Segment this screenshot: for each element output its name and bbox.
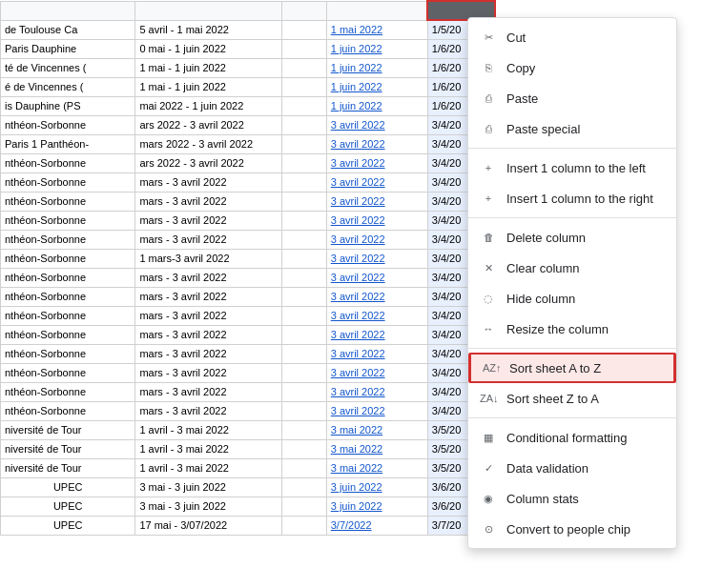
cell-b[interactable]: nthéon-Sorbonne	[1, 401, 135, 420]
cell-d[interactable]	[281, 96, 326, 115]
cell-b[interactable]: nthéon-Sorbonne	[1, 268, 135, 287]
cell-e[interactable]: 3 mai 2022	[326, 420, 427, 439]
cell-c[interactable]: 1 avril - 3 mai 2022	[135, 420, 281, 439]
cell-e[interactable]: 3 avril 2022	[326, 363, 427, 382]
cell-d[interactable]	[281, 115, 326, 134]
cell-c[interactable]: 1 avril - 3 mai 2022	[135, 439, 281, 458]
cell-b[interactable]: nthéon-Sorbonne	[1, 344, 135, 363]
cell-b[interactable]: nthéon-Sorbonne	[1, 211, 135, 230]
cell-d[interactable]	[281, 153, 326, 172]
cell-d[interactable]	[281, 39, 326, 58]
cell-b[interactable]: nthéon-Sorbonne	[1, 287, 135, 306]
menu-item-sort-az[interactable]: AZ↑Sort sheet A to Z	[468, 353, 676, 383]
cell-e[interactable]: 1 mai 2022	[326, 20, 427, 39]
cell-d[interactable]	[281, 20, 326, 39]
menu-item-delete-col[interactable]: 🗑Delete column	[468, 222, 676, 253]
cell-e[interactable]: 1 juin 2022	[326, 77, 427, 96]
cell-b[interactable]: nthéon-Sorbonne	[1, 363, 135, 382]
cell-b[interactable]: UPEC	[1, 497, 135, 516]
cell-d[interactable]	[281, 268, 326, 287]
menu-item-col-stats[interactable]: ◉Column stats	[468, 483, 676, 514]
cell-e[interactable]: 3 avril 2022	[326, 401, 427, 420]
cell-d[interactable]	[281, 172, 326, 192]
menu-item-data-valid[interactable]: ✓Data validation	[468, 453, 676, 483]
cell-e[interactable]: 3 avril 2022	[326, 268, 427, 287]
cell-b[interactable]: is Dauphine (PS	[1, 96, 135, 115]
cell-c[interactable]: mars - 3 avril 2022	[135, 306, 281, 325]
cell-b[interactable]: nthéon-Sorbonne	[1, 115, 135, 134]
cell-e[interactable]: 3 avril 2022	[326, 192, 427, 211]
col-header-c[interactable]	[135, 1, 281, 20]
cell-b[interactable]: niversité de Tour	[1, 420, 135, 439]
cell-c[interactable]: mai 2022 - 1 juin 2022	[135, 96, 281, 115]
cell-e[interactable]: 3 mai 2022	[326, 458, 427, 477]
col-header-e[interactable]	[326, 1, 427, 20]
cell-c[interactable]: mars - 3 avril 2022	[135, 230, 281, 249]
cell-d[interactable]	[281, 77, 326, 96]
cell-c[interactable]: 3 mai - 3 juin 2022	[135, 497, 281, 516]
cell-c[interactable]: 3 mai - 3 juin 2022	[135, 477, 281, 497]
menu-item-insert-left[interactable]: +Insert 1 column to the left	[468, 152, 676, 183]
cell-d[interactable]	[281, 382, 326, 401]
cell-e[interactable]: 3 avril 2022	[326, 325, 427, 344]
cell-d[interactable]	[281, 249, 326, 268]
cell-d[interactable]	[281, 230, 326, 249]
cell-b[interactable]: nthéon-Sorbonne	[1, 306, 135, 325]
cell-b[interactable]: nthéon-Sorbonne	[1, 192, 135, 211]
menu-item-cond-format[interactable]: ▦Conditional formatting	[468, 422, 676, 453]
cell-b[interactable]: niversité de Tour	[1, 439, 135, 458]
cell-e[interactable]: 1 juin 2022	[326, 96, 427, 115]
cell-d[interactable]	[281, 458, 326, 477]
cell-c[interactable]: mars - 3 avril 2022	[135, 172, 281, 192]
cell-b[interactable]: UPEC	[1, 477, 135, 497]
cell-e[interactable]: 3 avril 2022	[326, 306, 427, 325]
cell-c[interactable]: 17 mai - 3/07/2022	[135, 516, 281, 535]
menu-item-paste[interactable]: ⎙Paste	[468, 83, 676, 113]
cell-b[interactable]: nthéon-Sorbonne	[1, 172, 135, 192]
cell-d[interactable]	[281, 420, 326, 439]
cell-c[interactable]: mars - 3 avril 2022	[135, 363, 281, 382]
col-header-b[interactable]	[1, 1, 135, 20]
cell-b[interactable]: nthéon-Sorbonne	[1, 249, 135, 268]
menu-item-cut[interactable]: ✂Cut	[468, 22, 676, 52]
cell-d[interactable]	[281, 439, 326, 458]
cell-c[interactable]: mars - 3 avril 2022	[135, 401, 281, 420]
cell-b[interactable]: nthéon-Sorbonne	[1, 382, 135, 401]
cell-c[interactable]: mars 2022 - 3 avril 2022	[135, 134, 281, 153]
cell-e[interactable]: 3 avril 2022	[326, 211, 427, 230]
cell-b[interactable]: nthéon-Sorbonne	[1, 230, 135, 249]
cell-d[interactable]	[281, 287, 326, 306]
cell-e[interactable]: 3 juin 2022	[326, 477, 427, 497]
cell-e[interactable]: 3 avril 2022	[326, 382, 427, 401]
cell-e[interactable]: 3 avril 2022	[326, 230, 427, 249]
cell-d[interactable]	[281, 363, 326, 382]
cell-d[interactable]	[281, 325, 326, 344]
menu-item-hide-col[interactable]: ◌Hide column	[468, 283, 676, 314]
menu-item-copy[interactable]: ⎘Copy	[468, 52, 676, 83]
menu-item-paste-special[interactable]: ⎙Paste special	[468, 113, 676, 144]
cell-e[interactable]: 3 avril 2022	[326, 344, 427, 363]
cell-c[interactable]: 1 avril - 3 mai 2022	[135, 458, 281, 477]
cell-d[interactable]	[281, 516, 326, 535]
cell-c[interactable]: ars 2022 - 3 avril 2022	[135, 115, 281, 134]
cell-d[interactable]	[281, 134, 326, 153]
cell-e[interactable]: 3 juin 2022	[326, 497, 427, 516]
cell-c[interactable]: mars - 3 avril 2022	[135, 382, 281, 401]
cell-e[interactable]: 3 mai 2022	[326, 439, 427, 458]
menu-item-sort-za[interactable]: ZA↓Sort sheet Z to A	[468, 383, 676, 414]
cell-e[interactable]: 3 avril 2022	[326, 134, 427, 153]
menu-item-clear-col[interactable]: ✕Clear column	[468, 253, 676, 283]
cell-b[interactable]: Paris Dauphine	[1, 39, 135, 58]
cell-b[interactable]: de Toulouse Ca	[1, 20, 135, 39]
cell-c[interactable]: 5 avril - 1 mai 2022	[135, 20, 281, 39]
cell-d[interactable]	[281, 58, 326, 77]
cell-b[interactable]: niversité de Tour	[1, 458, 135, 477]
cell-e[interactable]: 3 avril 2022	[326, 115, 427, 134]
cell-e[interactable]: 3 avril 2022	[326, 172, 427, 192]
cell-c[interactable]: 0 mai - 1 juin 2022	[135, 39, 281, 58]
cell-c[interactable]: mars - 3 avril 2022	[135, 268, 281, 287]
cell-b[interactable]: té de Vincennes (	[1, 58, 135, 77]
cell-c[interactable]: ars 2022 - 3 avril 2022	[135, 153, 281, 172]
cell-e[interactable]: 1 juin 2022	[326, 39, 427, 58]
cell-c[interactable]: mars - 3 avril 2022	[135, 192, 281, 211]
